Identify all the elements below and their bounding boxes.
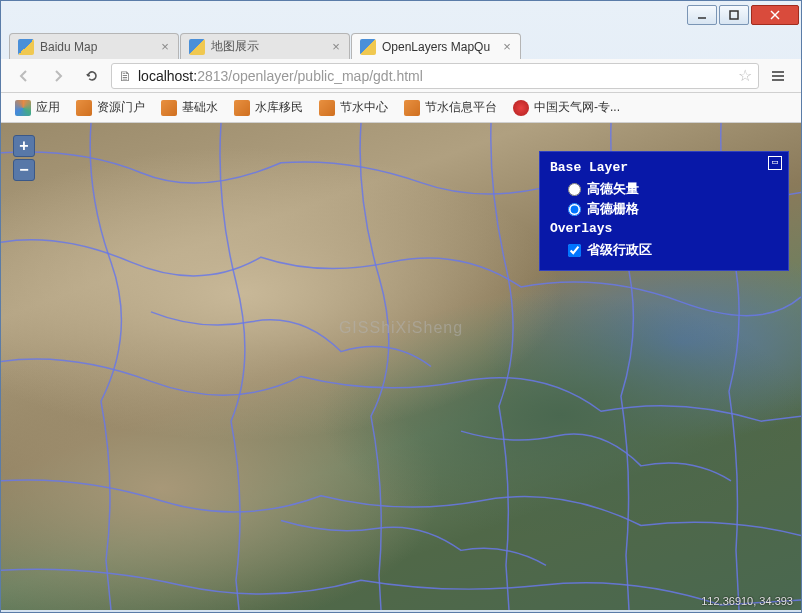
tab-baidu-map[interactable]: Baidu Map × xyxy=(9,33,179,59)
overlay-label: 省级行政区 xyxy=(587,241,652,259)
bookmarks-bar: 应用 资源门户 基础水 水库移民 节水中心 节水信息平台 中国天气网-专... xyxy=(1,93,801,123)
bookmark-label: 应用 xyxy=(36,99,60,116)
weather-icon xyxy=(513,100,529,116)
bookmark-water-saving[interactable]: 节水中心 xyxy=(313,96,394,119)
url-text[interactable]: localhost:2813/openlayer/public_map/gdt.… xyxy=(138,68,732,84)
tab-label: Baidu Map xyxy=(40,40,97,54)
tab-openlayers[interactable]: OpenLayers MapQu × xyxy=(351,33,521,59)
bookmark-icon xyxy=(319,100,335,116)
reload-button[interactable] xyxy=(77,62,107,90)
base-layer-heading: Base Layer xyxy=(550,160,778,175)
bookmark-icon xyxy=(161,100,177,116)
tab-close-icon[interactable]: × xyxy=(500,40,514,54)
radio-gaode-vector[interactable] xyxy=(568,183,581,196)
bookmark-label: 节水中心 xyxy=(340,99,388,116)
bookmark-label: 水库移民 xyxy=(255,99,303,116)
zoom-out-button[interactable]: − xyxy=(13,159,35,181)
minimize-button[interactable] xyxy=(687,5,717,25)
map-favicon-icon xyxy=(189,39,205,55)
tab-strip: Baidu Map × 地图展示 × OpenLayers MapQu × xyxy=(1,29,801,59)
apps-icon xyxy=(15,100,31,116)
bookmark-weather[interactable]: 中国天气网-专... xyxy=(507,96,626,119)
map-favicon-icon xyxy=(18,39,34,55)
bookmark-label: 节水信息平台 xyxy=(425,99,497,116)
maximize-button[interactable] xyxy=(719,5,749,25)
bookmark-label: 资源门户 xyxy=(97,99,145,116)
bookmark-label: 基础水 xyxy=(182,99,218,116)
forward-button[interactable] xyxy=(43,62,73,90)
map-favicon-icon xyxy=(360,39,376,55)
bookmark-water-info[interactable]: 节水信息平台 xyxy=(398,96,503,119)
bookmark-icon xyxy=(234,100,250,116)
base-layer-vector[interactable]: 高德矢量 xyxy=(550,179,778,199)
tab-label: OpenLayers MapQu xyxy=(382,40,490,54)
tab-close-icon[interactable]: × xyxy=(158,40,172,54)
checkbox-province-overlay[interactable] xyxy=(568,244,581,257)
tab-close-icon[interactable]: × xyxy=(329,40,343,54)
browser-window: Baidu Map × 地图展示 × OpenLayers MapQu × 🗎 … xyxy=(0,0,802,613)
bookmark-reservoir[interactable]: 水库移民 xyxy=(228,96,309,119)
radio-gaode-raster[interactable] xyxy=(568,203,581,216)
tab-label: 地图展示 xyxy=(211,38,259,55)
back-button[interactable] xyxy=(9,62,39,90)
base-layer-raster[interactable]: 高德栅格 xyxy=(550,199,778,219)
map-viewport[interactable]: GISShiXiSheng + − ▭ Base Layer 高德矢量 高德栅格… xyxy=(1,123,801,610)
overlay-provinces[interactable]: 省级行政区 xyxy=(550,240,778,260)
zoom-control: + − xyxy=(13,135,35,183)
layer-switcher-collapse-icon[interactable]: ▭ xyxy=(768,156,782,170)
mouse-coordinates: 112.36910, 34.393 xyxy=(701,595,793,607)
chrome-menu-button[interactable] xyxy=(763,62,793,90)
bookmark-icon xyxy=(404,100,420,116)
bookmark-star-icon[interactable]: ☆ xyxy=(738,66,752,85)
toolbar: 🗎 localhost:2813/openlayer/public_map/gd… xyxy=(1,59,801,93)
address-bar[interactable]: 🗎 localhost:2813/openlayer/public_map/gd… xyxy=(111,63,759,89)
bookmark-icon xyxy=(76,100,92,116)
tab-map-display[interactable]: 地图展示 × xyxy=(180,33,350,59)
zoom-in-button[interactable]: + xyxy=(13,135,35,157)
file-icon: 🗎 xyxy=(118,68,132,84)
bookmark-apps[interactable]: 应用 xyxy=(9,96,66,119)
layer-switcher-panel: ▭ Base Layer 高德矢量 高德栅格 Overlays 省级行政区 xyxy=(539,151,789,271)
bookmark-resource-portal[interactable]: 资源门户 xyxy=(70,96,151,119)
base-layer-label: 高德矢量 xyxy=(587,180,639,198)
window-titlebar xyxy=(1,1,801,29)
bookmark-basic-water[interactable]: 基础水 xyxy=(155,96,224,119)
close-button[interactable] xyxy=(751,5,799,25)
bookmark-label: 中国天气网-专... xyxy=(534,99,620,116)
svg-rect-1 xyxy=(730,11,738,19)
overlays-heading: Overlays xyxy=(550,221,778,236)
base-layer-label: 高德栅格 xyxy=(587,200,639,218)
